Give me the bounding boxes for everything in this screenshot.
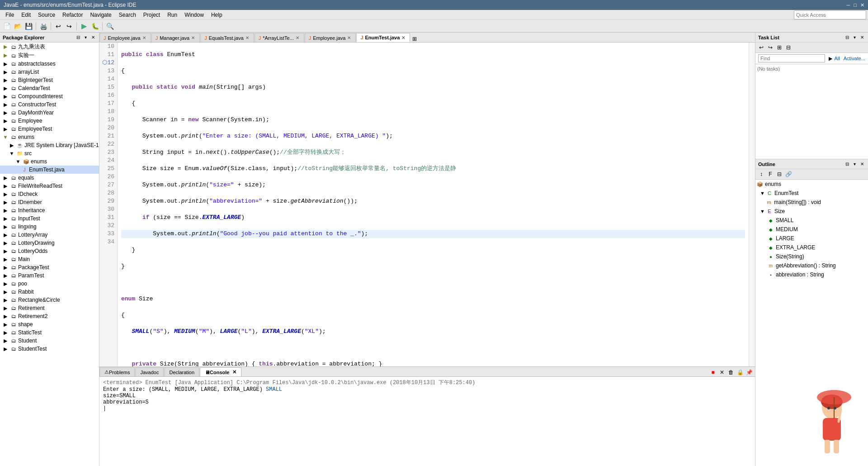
tree-item-lotterydrawing[interactable]: ▶ 🗂 LotteryDrawing bbox=[0, 239, 99, 247]
menu-navigate[interactable]: Navigate bbox=[86, 11, 115, 19]
tree-item-inputtest[interactable]: ▶ 🗂 InputTest bbox=[0, 214, 99, 223]
tree-item-calendartest[interactable]: ▶ 🗂 CalendarTest bbox=[0, 84, 99, 92]
menu-source[interactable]: Source bbox=[34, 11, 59, 19]
editor-scrollbar[interactable] bbox=[749, 43, 755, 366]
tree-item-idnember[interactable]: ▶ 🗂 IDnember bbox=[0, 198, 99, 206]
menu-project[interactable]: Project bbox=[140, 11, 164, 19]
tree-item-poo[interactable]: ▶ 🗂 poo bbox=[0, 280, 99, 288]
tree-item-lotteryarray[interactable]: ▶ 🗂 LotteryArray bbox=[0, 231, 99, 239]
outline-link-btn[interactable]: 🔗 bbox=[784, 170, 793, 178]
outline-size-constructor[interactable]: ● Size(String) bbox=[755, 252, 868, 261]
task-toolbar-btn3[interactable]: ⊞ bbox=[775, 43, 783, 52]
tree-item-statictest[interactable]: ▶ 🗂 StaticTest bbox=[0, 328, 99, 337]
tab-close-al[interactable]: ✕ bbox=[296, 35, 299, 40]
tab-employee-2[interactable]: J Employee.java ✕ bbox=[305, 33, 356, 42]
tree-item-abstractclasses[interactable]: ▶ 🗂 abstractclasses bbox=[0, 60, 99, 68]
tree-item-paramtest[interactable]: ▶ 🗂 ParamTest bbox=[0, 271, 99, 280]
menu-edit[interactable]: Edit bbox=[18, 11, 34, 19]
menu-file[interactable]: File bbox=[2, 11, 18, 19]
tree-item-main[interactable]: ▶ 🗂 Main bbox=[0, 255, 99, 263]
tree-item-student[interactable]: ▶ 🗂 Student bbox=[0, 337, 99, 345]
console-remove-btn[interactable]: ✕ bbox=[718, 368, 726, 376]
tab-problems[interactable]: ⚠ Problems bbox=[99, 367, 135, 376]
task-activate-text[interactable]: Activate... bbox=[844, 56, 865, 61]
tree-item-equals[interactable]: ▶ 🗂 equals bbox=[0, 174, 99, 182]
task-toolbar-btn1[interactable]: ↩ bbox=[757, 43, 765, 52]
console-tab-close[interactable]: ✕ bbox=[232, 369, 236, 375]
search-button[interactable]: 🔍 bbox=[105, 21, 115, 31]
tree-item-studenttest[interactable]: ▶ 🗂 StudentTest bbox=[0, 345, 99, 353]
outline-enumtest-class[interactable]: ▼ C EnumTest bbox=[755, 189, 868, 198]
tree-item-employeetest[interactable]: ▶ 🗂 EmployeeTest bbox=[0, 125, 99, 133]
tab-manager[interactable]: J Manager.java ✕ bbox=[151, 33, 200, 42]
outline-main-method[interactable]: m main(String[]) : void bbox=[755, 198, 868, 207]
tab-enumtest[interactable]: J EnumTest.java ✕ bbox=[356, 33, 410, 42]
run-button[interactable]: ▶ bbox=[79, 21, 89, 31]
tree-item-rabbit[interactable]: ▶ 🗂 Rabbit bbox=[0, 288, 99, 296]
tree-item-jiujiu[interactable]: ▶ 🗂 九九乘法表 bbox=[0, 43, 99, 51]
print-button[interactable]: 🖨️ bbox=[38, 21, 48, 31]
redo-button[interactable]: ↪ bbox=[64, 21, 74, 31]
task-list-close[interactable]: ✕ bbox=[859, 34, 865, 40]
package-explorer-menu[interactable]: ▾ bbox=[83, 34, 88, 40]
tree-item-jre[interactable]: ▶ ☕ JRE System Library [JavaSE-10] bbox=[0, 141, 99, 149]
tree-item-shiyan[interactable]: ▶ 🗂 实验一 bbox=[0, 51, 99, 60]
menu-window[interactable]: Window bbox=[181, 11, 208, 19]
tree-item-rectangle[interactable]: ▶ 🗂 Rectangle&Circle bbox=[0, 296, 99, 304]
tree-item-lotteryodds[interactable]: ▶ 🗂 LotteryOdds bbox=[0, 247, 99, 255]
tab-employee-1[interactable]: J Employee.java ✕ bbox=[99, 33, 151, 42]
close-button[interactable]: ✕ bbox=[860, 2, 864, 8]
tree-item-compoundinterest[interactable]: ▶ 🗂 CompoundInterest bbox=[0, 92, 99, 100]
tab-close-et[interactable]: ✕ bbox=[401, 35, 405, 40]
task-toolbar-btn2[interactable]: ↪ bbox=[766, 43, 774, 52]
tree-item-retirement[interactable]: ▶ 🗂 Retirement bbox=[0, 304, 99, 312]
task-list-menu[interactable]: ▾ bbox=[852, 34, 857, 40]
tree-item-filewrite[interactable]: ▶ 🗂 FileWriteReadTest bbox=[0, 182, 99, 190]
outline-menu[interactable]: ▾ bbox=[852, 161, 857, 167]
new-button[interactable]: 📄 bbox=[2, 21, 12, 31]
tree-item-constructortest[interactable]: ▶ 🗂 ConstructorTest bbox=[0, 100, 99, 109]
tree-item-daymonthyear[interactable]: ▶ 🗂 DayMonthYear bbox=[0, 109, 99, 117]
tab-close-e1[interactable]: ✕ bbox=[142, 35, 146, 40]
menu-run[interactable]: Run bbox=[164, 11, 181, 19]
tree-item-lingxing[interactable]: ▶ 🗂 lingxing bbox=[0, 223, 99, 231]
tab-declaration[interactable]: Declaration bbox=[164, 367, 199, 376]
tree-item-arraylist[interactable]: ▶ 🗂 arrayList bbox=[0, 68, 99, 76]
outline-hide-fields[interactable]: F bbox=[766, 170, 774, 178]
undo-button[interactable]: ↩ bbox=[53, 21, 63, 31]
task-all-text[interactable]: All bbox=[834, 56, 840, 61]
console-scroll-lock[interactable]: 🔒 bbox=[736, 368, 744, 376]
tab-list-button[interactable]: ⊞ bbox=[412, 36, 417, 42]
open-button[interactable]: 📂 bbox=[13, 21, 23, 31]
tree-item-enums-project[interactable]: ▼ 🗂 enums bbox=[0, 133, 99, 141]
tree-item-enumtest[interactable]: J EnumTest.java bbox=[0, 166, 99, 174]
menu-help[interactable]: Help bbox=[208, 11, 226, 19]
save-button[interactable]: 💾 bbox=[24, 21, 33, 31]
tree-item-enums-pkg[interactable]: ▼ 📦 enums bbox=[0, 157, 99, 166]
outline-enums-pkg[interactable]: 📦 enums bbox=[755, 180, 868, 189]
console-clear-btn[interactable]: 🗑 bbox=[727, 368, 735, 376]
outline-abbreviation[interactable]: ▪ abbreviation : String bbox=[755, 270, 868, 279]
outline-medium[interactable]: ◆ MEDIUM bbox=[755, 225, 868, 234]
outline-getabbrev[interactable]: m getAbbreviation() : String bbox=[755, 261, 868, 270]
outline-small[interactable]: ◆ SMALL bbox=[755, 216, 868, 225]
package-explorer-close[interactable]: ✕ bbox=[90, 34, 96, 40]
outline-close[interactable]: ✕ bbox=[859, 161, 865, 167]
console-terminate-btn[interactable]: ■ bbox=[709, 368, 717, 376]
minimize-button[interactable]: ─ bbox=[847, 2, 850, 8]
task-toolbar-btn4[interactable]: ⊟ bbox=[784, 43, 793, 52]
tab-javadoc[interactable]: Javadoc bbox=[135, 367, 164, 376]
quick-access-input[interactable] bbox=[794, 10, 866, 19]
tab-console[interactable]: 🖥 Console ✕ bbox=[200, 367, 241, 376]
outline-large[interactable]: ◆ LARGE bbox=[755, 234, 868, 243]
outline-size-enum[interactable]: ▼ E Size bbox=[755, 207, 868, 216]
console-pin[interactable]: 📌 bbox=[745, 368, 753, 376]
outline-sort-btn[interactable]: ↕ bbox=[757, 170, 765, 178]
tab-close-mgr[interactable]: ✕ bbox=[191, 35, 195, 40]
tree-item-idcheck[interactable]: ▶ 🗂 IDcheck bbox=[0, 190, 99, 198]
code-editor[interactable]: 10 11 ⬡12 13 14 15 16 17 18 19 20 21 22 … bbox=[99, 43, 755, 366]
tree-item-retirement2[interactable]: ▶ 🗂 Retirement2 bbox=[0, 312, 99, 320]
tree-item-employee[interactable]: ▶ 🗂 Employee bbox=[0, 117, 99, 125]
task-find-input[interactable] bbox=[758, 54, 825, 62]
maximize-button[interactable]: □ bbox=[854, 2, 857, 8]
